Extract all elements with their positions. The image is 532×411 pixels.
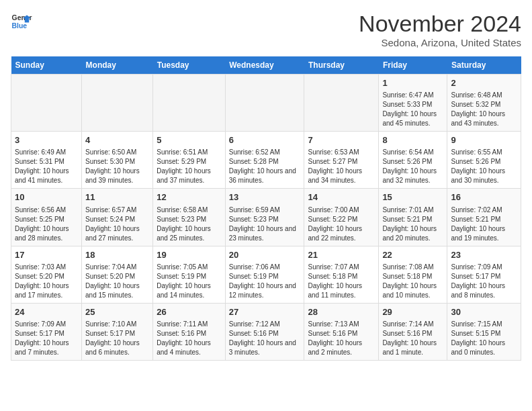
day-number: 5 bbox=[157, 134, 222, 146]
day-info: Sunrise: 7:13 AMSunset: 5:16 PMDaylight:… bbox=[308, 320, 375, 357]
day-number: 10 bbox=[15, 191, 78, 203]
day-number: 19 bbox=[157, 249, 222, 261]
calendar-cell: 18Sunrise: 7:04 AMSunset: 5:20 PMDayligh… bbox=[82, 246, 153, 303]
calendar-cell: 24Sunrise: 7:09 AMSunset: 5:17 PMDayligh… bbox=[11, 303, 82, 360]
calendar-cell: 3Sunrise: 6:49 AMSunset: 5:31 PMDaylight… bbox=[11, 132, 82, 189]
day-info: Sunrise: 7:12 AMSunset: 5:16 PMDaylight:… bbox=[229, 320, 301, 357]
calendar-cell: 28Sunrise: 7:13 AMSunset: 5:16 PMDayligh… bbox=[304, 303, 379, 360]
weekday-header-friday: Friday bbox=[379, 56, 447, 75]
weekday-header-thursday: Thursday bbox=[304, 56, 379, 75]
weekday-header-wednesday: Wednesday bbox=[225, 56, 304, 75]
calendar-cell: 14Sunrise: 7:00 AMSunset: 5:22 PMDayligh… bbox=[304, 189, 379, 246]
day-info: Sunrise: 6:52 AMSunset: 5:28 PMDaylight:… bbox=[229, 148, 301, 185]
calendar-cell bbox=[225, 75, 304, 132]
day-number: 11 bbox=[85, 191, 149, 203]
calendar-cell: 5Sunrise: 6:51 AMSunset: 5:29 PMDaylight… bbox=[153, 132, 226, 189]
day-info: Sunrise: 6:50 AMSunset: 5:30 PMDaylight:… bbox=[85, 148, 149, 185]
svg-text:Blue: Blue bbox=[12, 22, 28, 30]
calendar-cell: 16Sunrise: 7:02 AMSunset: 5:21 PMDayligh… bbox=[447, 189, 521, 246]
day-number: 28 bbox=[308, 306, 375, 318]
day-number: 7 bbox=[308, 134, 375, 146]
day-info: Sunrise: 7:06 AMSunset: 5:19 PMDaylight:… bbox=[229, 263, 301, 300]
title-area: November 2024 Sedona, Arizona, United St… bbox=[359, 11, 521, 48]
day-info: Sunrise: 6:55 AMSunset: 5:26 PMDaylight:… bbox=[451, 148, 517, 185]
day-info: Sunrise: 7:10 AMSunset: 5:17 PMDaylight:… bbox=[85, 320, 149, 357]
day-info: Sunrise: 6:53 AMSunset: 5:27 PMDaylight:… bbox=[308, 148, 375, 185]
day-number: 15 bbox=[382, 191, 443, 203]
calendar-cell: 6Sunrise: 6:52 AMSunset: 5:28 PMDaylight… bbox=[225, 132, 304, 189]
day-info: Sunrise: 7:07 AMSunset: 5:18 PMDaylight:… bbox=[308, 263, 375, 300]
day-info: Sunrise: 7:08 AMSunset: 5:18 PMDaylight:… bbox=[382, 263, 443, 300]
day-info: Sunrise: 7:03 AMSunset: 5:20 PMDaylight:… bbox=[15, 263, 78, 300]
day-info: Sunrise: 7:11 AMSunset: 5:16 PMDaylight:… bbox=[157, 320, 222, 357]
day-info: Sunrise: 6:58 AMSunset: 5:23 PMDaylight:… bbox=[157, 205, 222, 243]
calendar-cell bbox=[82, 75, 153, 132]
day-number: 20 bbox=[229, 249, 301, 261]
calendar-cell: 21Sunrise: 7:07 AMSunset: 5:18 PMDayligh… bbox=[304, 246, 379, 303]
calendar-cell: 22Sunrise: 7:08 AMSunset: 5:18 PMDayligh… bbox=[379, 246, 447, 303]
day-number: 18 bbox=[85, 249, 149, 261]
weekday-header-sunday: Sunday bbox=[11, 56, 82, 75]
day-number: 12 bbox=[157, 191, 222, 203]
day-number: 13 bbox=[229, 191, 301, 203]
day-info: Sunrise: 7:02 AMSunset: 5:21 PMDaylight:… bbox=[451, 205, 517, 243]
day-number: 2 bbox=[451, 77, 517, 89]
day-info: Sunrise: 6:56 AMSunset: 5:25 PMDaylight:… bbox=[15, 205, 78, 243]
calendar-cell bbox=[304, 75, 379, 132]
day-number: 29 bbox=[382, 306, 443, 318]
calendar-body: 1Sunrise: 6:47 AMSunset: 5:33 PMDaylight… bbox=[11, 75, 521, 361]
day-number: 27 bbox=[229, 306, 301, 318]
day-number: 24 bbox=[15, 306, 78, 318]
logo-icon: General Blue bbox=[11, 11, 32, 32]
day-number: 8 bbox=[382, 134, 443, 146]
logo: General Blue bbox=[11, 11, 32, 32]
day-info: Sunrise: 6:48 AMSunset: 5:32 PMDaylight:… bbox=[451, 91, 517, 128]
calendar-cell: 7Sunrise: 6:53 AMSunset: 5:27 PMDaylight… bbox=[304, 132, 379, 189]
weekday-header-saturday: Saturday bbox=[447, 56, 521, 75]
day-number: 23 bbox=[451, 249, 517, 261]
calendar-cell: 17Sunrise: 7:03 AMSunset: 5:20 PMDayligh… bbox=[11, 246, 82, 303]
calendar-cell: 15Sunrise: 7:01 AMSunset: 5:21 PMDayligh… bbox=[379, 189, 447, 246]
calendar-cell: 19Sunrise: 7:05 AMSunset: 5:19 PMDayligh… bbox=[153, 246, 226, 303]
week-row-4: 17Sunrise: 7:03 AMSunset: 5:20 PMDayligh… bbox=[11, 246, 521, 303]
day-info: Sunrise: 7:05 AMSunset: 5:19 PMDaylight:… bbox=[157, 263, 222, 300]
header: General Blue November 2024 Sedona, Arizo… bbox=[11, 11, 521, 48]
day-number: 22 bbox=[382, 249, 443, 261]
calendar-cell: 11Sunrise: 6:57 AMSunset: 5:24 PMDayligh… bbox=[82, 189, 153, 246]
calendar-cell: 13Sunrise: 6:59 AMSunset: 5:23 PMDayligh… bbox=[225, 189, 304, 246]
day-number: 1 bbox=[382, 77, 443, 89]
calendar-table: SundayMondayTuesdayWednesdayThursdayFrid… bbox=[11, 56, 521, 361]
day-number: 30 bbox=[451, 306, 517, 318]
day-number: 14 bbox=[308, 191, 375, 203]
day-number: 3 bbox=[15, 134, 78, 146]
day-info: Sunrise: 6:51 AMSunset: 5:29 PMDaylight:… bbox=[157, 148, 222, 185]
calendar-cell: 2Sunrise: 6:48 AMSunset: 5:32 PMDaylight… bbox=[447, 75, 521, 132]
calendar-cell: 29Sunrise: 7:14 AMSunset: 5:16 PMDayligh… bbox=[379, 303, 447, 360]
day-info: Sunrise: 6:47 AMSunset: 5:33 PMDaylight:… bbox=[382, 91, 443, 128]
calendar-cell: 10Sunrise: 6:56 AMSunset: 5:25 PMDayligh… bbox=[11, 189, 82, 246]
day-number: 17 bbox=[15, 249, 78, 261]
day-info: Sunrise: 6:59 AMSunset: 5:23 PMDaylight:… bbox=[229, 205, 301, 243]
calendar-cell: 23Sunrise: 7:09 AMSunset: 5:17 PMDayligh… bbox=[447, 246, 521, 303]
weekday-header-row: SundayMondayTuesdayWednesdayThursdayFrid… bbox=[11, 56, 521, 75]
weekday-header-tuesday: Tuesday bbox=[153, 56, 226, 75]
day-number: 16 bbox=[451, 191, 517, 203]
day-info: Sunrise: 7:00 AMSunset: 5:22 PMDaylight:… bbox=[308, 205, 375, 243]
week-row-5: 24Sunrise: 7:09 AMSunset: 5:17 PMDayligh… bbox=[11, 303, 521, 360]
calendar-cell: 4Sunrise: 6:50 AMSunset: 5:30 PMDaylight… bbox=[82, 132, 153, 189]
day-info: Sunrise: 7:09 AMSunset: 5:17 PMDaylight:… bbox=[451, 263, 517, 300]
calendar-cell: 12Sunrise: 6:58 AMSunset: 5:23 PMDayligh… bbox=[153, 189, 226, 246]
calendar-cell: 25Sunrise: 7:10 AMSunset: 5:17 PMDayligh… bbox=[82, 303, 153, 360]
calendar-cell: 1Sunrise: 6:47 AMSunset: 5:33 PMDaylight… bbox=[379, 75, 447, 132]
week-row-1: 1Sunrise: 6:47 AMSunset: 5:33 PMDaylight… bbox=[11, 75, 521, 132]
day-info: Sunrise: 6:49 AMSunset: 5:31 PMDaylight:… bbox=[15, 148, 78, 185]
calendar-cell: 9Sunrise: 6:55 AMSunset: 5:26 PMDaylight… bbox=[447, 132, 521, 189]
calendar-cell bbox=[11, 75, 82, 132]
calendar-cell bbox=[153, 75, 226, 132]
day-number: 6 bbox=[229, 134, 301, 146]
day-info: Sunrise: 7:04 AMSunset: 5:20 PMDaylight:… bbox=[85, 263, 149, 300]
day-info: Sunrise: 6:54 AMSunset: 5:26 PMDaylight:… bbox=[382, 148, 443, 185]
day-info: Sunrise: 7:15 AMSunset: 5:15 PMDaylight:… bbox=[451, 320, 517, 357]
month-title: November 2024 bbox=[359, 11, 521, 37]
day-number: 4 bbox=[85, 134, 149, 146]
